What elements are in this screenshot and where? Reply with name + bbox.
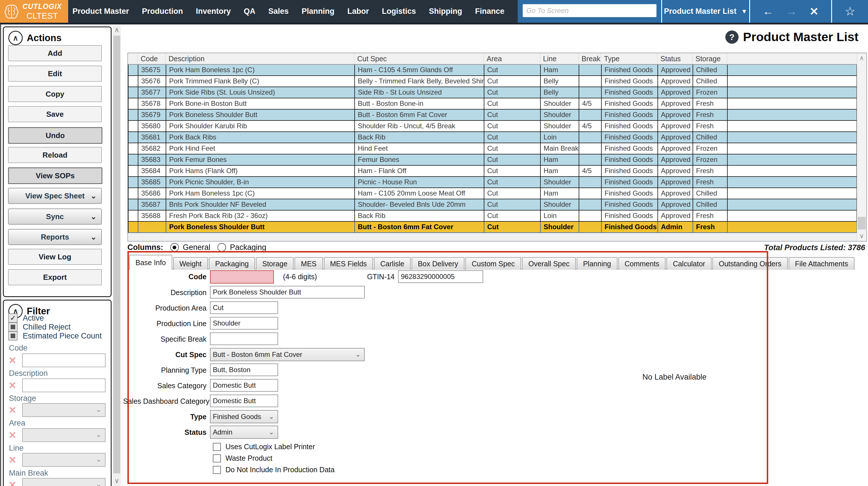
column-header-description[interactable]: Description: [166, 53, 354, 65]
nav-item-planning[interactable]: Planning: [302, 7, 335, 16]
radio-unselected-icon[interactable]: [217, 243, 226, 252]
screen-selector-dropdown[interactable]: Product Master List ▼: [662, 0, 749, 23]
action-save-button[interactable]: Save: [8, 106, 102, 122]
filter-description-input[interactable]: [22, 378, 105, 392]
clear-filter-icon[interactable]: ✕: [8, 479, 17, 486]
filter-code-input[interactable]: [22, 354, 105, 367]
form-sales-dashboard-category-input[interactable]: Domestic Butt: [210, 395, 278, 407]
scroll-down-icon[interactable]: ∨: [857, 232, 866, 240]
form-sales-category-input[interactable]: Domestic Butt: [210, 379, 278, 392]
column-header-selector[interactable]: [128, 53, 138, 65]
form-planning-type-input[interactable]: Butt, Boston: [210, 364, 278, 376]
tab-calculator[interactable]: Calculator: [666, 257, 712, 270]
nav-item-finance[interactable]: Finance: [475, 7, 504, 16]
column-header-line[interactable]: Line: [540, 53, 579, 65]
table-row[interactable]: 35676Pork Trimmed Flank Belly (C)Belly -…: [128, 76, 866, 87]
action-view-log-button[interactable]: View Log: [8, 249, 102, 265]
table-row[interactable]: 35678Pork Bone-in Boston ButtButt - Bost…: [128, 98, 866, 110]
clear-filter-icon[interactable]: ✕: [8, 379, 17, 391]
form-code-input[interactable]: [210, 270, 274, 283]
forward-icon[interactable]: →: [786, 5, 797, 18]
table-row[interactable]: 35680Pork Shoulder Karubi RibShoulder Ri…: [128, 121, 866, 132]
checkbox-checked-icon[interactable]: ✓: [8, 313, 18, 323]
nav-item-qa[interactable]: QA: [244, 7, 256, 16]
tab-overall-spec[interactable]: Overall Spec: [522, 257, 576, 270]
column-header-break[interactable]: Break: [579, 53, 601, 65]
row-selector-cell[interactable]: [129, 222, 138, 232]
filter-line-select[interactable]: ⌄: [22, 453, 105, 467]
nav-item-product-master[interactable]: Product Master: [72, 7, 129, 16]
tab-weight[interactable]: Weight: [173, 257, 208, 270]
tab-custom-spec[interactable]: Custom Spec: [465, 257, 521, 270]
clear-filter-icon[interactable]: ✕: [8, 454, 17, 465]
action-sync-button[interactable]: Sync⌄: [8, 209, 102, 224]
radio-selected-icon[interactable]: [170, 243, 179, 252]
scrollbar-thumb[interactable]: [858, 217, 866, 230]
nav-item-shipping[interactable]: Shipping: [429, 7, 462, 16]
row-selector-cell[interactable]: [129, 154, 138, 165]
form-gtin-14-input[interactable]: 96283290000005: [398, 270, 483, 283]
filter-area-select[interactable]: ⌄: [22, 428, 105, 442]
tab-carlisle[interactable]: Carlisle: [374, 257, 410, 270]
row-selector-cell[interactable]: [129, 165, 138, 176]
row-selector-cell[interactable]: [129, 65, 138, 75]
action-copy-button[interactable]: Copy: [8, 86, 102, 102]
nav-item-inventory[interactable]: Inventory: [196, 7, 231, 16]
table-row[interactable]: 35682Pork Hind FeetHind FeetCutMain Brea…: [128, 143, 866, 154]
columns-radio-packaging[interactable]: Packaging: [217, 243, 266, 252]
tab-file-attachments[interactable]: File Attachments: [788, 257, 855, 270]
tab-mes[interactable]: MES: [294, 257, 323, 270]
row-selector-cell[interactable]: [129, 76, 138, 87]
action-edit-button[interactable]: Edit: [8, 66, 102, 82]
goto-screen-input[interactable]: [523, 4, 657, 17]
table-row[interactable]: 35677Pork Side Ribs (St. Louis Unsized)S…: [128, 87, 866, 98]
form-type-select[interactable]: Finished Goods⌄: [210, 410, 278, 423]
checkbox-indeterminate-icon[interactable]: [8, 322, 18, 332]
table-row[interactable]: 35683Pork Femur BonesFemur BonesCutHamFi…: [128, 154, 866, 165]
tab-base-info[interactable]: Base Info: [129, 255, 172, 270]
form-specific-break-input[interactable]: [210, 332, 278, 345]
clear-filter-icon[interactable]: ✕: [8, 355, 17, 366]
table-scrollbar[interactable]: ∧ ∨: [857, 53, 866, 241]
filter-checkbox-chilled-reject[interactable]: Chilled Reject: [8, 323, 71, 331]
clear-filter-icon[interactable]: ✕: [8, 404, 17, 416]
table-row[interactable]: Pork Boneless Shoulder ButtButt - Boston…: [128, 222, 866, 233]
column-header-area[interactable]: Area: [484, 53, 540, 65]
help-icon[interactable]: ?: [725, 30, 739, 44]
row-selector-cell[interactable]: [129, 132, 138, 143]
tab-comments[interactable]: Comments: [618, 257, 666, 270]
table-row[interactable]: 35679Pork Boneless Shoulder ButtButt - B…: [128, 110, 866, 121]
scrollbar-thumb[interactable]: [113, 36, 120, 473]
nav-item-sales[interactable]: Sales: [268, 7, 289, 16]
nav-item-labor[interactable]: Labor: [347, 7, 369, 16]
table-row[interactable]: 35685Pork Picnic Shoulder, B-inPicnic - …: [128, 177, 866, 188]
checkbox-unchecked-icon[interactable]: [213, 466, 221, 474]
column-header-storage[interactable]: Storage: [692, 53, 727, 65]
close-icon[interactable]: ✕: [810, 5, 819, 18]
row-selector-cell[interactable]: [129, 188, 138, 199]
clear-filter-icon[interactable]: ✕: [8, 429, 17, 441]
scroll-up-icon[interactable]: ∧: [113, 26, 121, 34]
favorite-star-icon[interactable]: ☆: [845, 4, 856, 19]
scroll-up-icon[interactable]: ∧: [857, 54, 866, 62]
form-description-input[interactable]: Pork Boneless Shoulder Butt: [210, 286, 365, 299]
tab-storage[interactable]: Storage: [256, 257, 294, 270]
checkbox-unchecked-icon[interactable]: [213, 443, 221, 451]
row-selector-cell[interactable]: [129, 110, 138, 120]
action-add-button[interactable]: Add: [8, 45, 102, 61]
row-selector-cell[interactable]: [129, 177, 138, 187]
tab-outstanding-orders[interactable]: Outstanding Orders: [712, 257, 788, 270]
action-reports-button[interactable]: Reports⌄: [8, 229, 102, 245]
action-view-spec-sheet-button[interactable]: View Spec Sheet⌄: [8, 188, 102, 204]
row-selector-cell[interactable]: [129, 143, 138, 154]
back-icon[interactable]: ←: [763, 5, 774, 18]
row-selector-cell[interactable]: [129, 98, 138, 109]
table-row[interactable]: 35688Fresh Pork Back Rib (32 - 36oz)Back…: [128, 211, 866, 222]
checkbox-indeterminate-icon[interactable]: [8, 331, 18, 340]
tab-packaging[interactable]: Packaging: [209, 257, 255, 270]
table-row[interactable]: 35686Pork Ham Boneless 1pc (C)Ham - C105…: [128, 188, 866, 199]
checkbox-unchecked-icon[interactable]: [213, 454, 221, 462]
action-export-button[interactable]: Export: [8, 269, 102, 285]
action-reload-button[interactable]: Reload: [8, 147, 102, 163]
filter-main-break-select[interactable]: ⌄: [22, 478, 105, 486]
